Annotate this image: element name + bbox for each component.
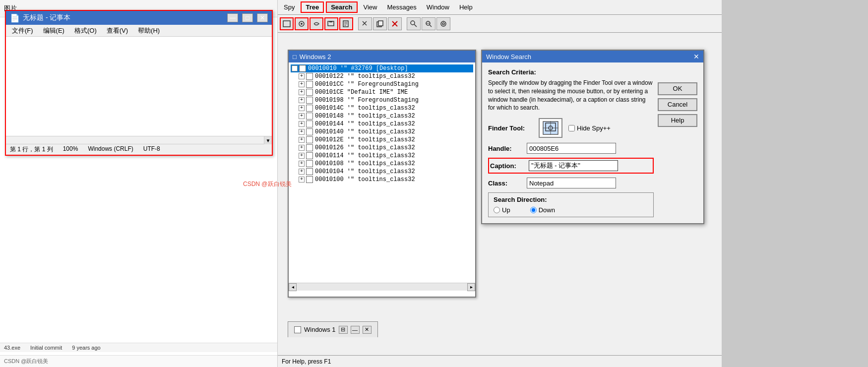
help-button[interactable]: Help — [658, 114, 697, 127]
tree-item-13-text: 00010104 '" tooltips_class32 — [315, 168, 415, 175]
scroll-track[interactable] — [297, 283, 467, 291]
tree-item-11[interactable]: + 00010114 '" tooltips_class32 — [291, 152, 473, 160]
window-icon-2 — [306, 81, 313, 88]
window-search-dialog: Window Search ✕ Search Criteria: Specify… — [481, 50, 704, 224]
notepad-status-bar: 第 1 行，第 1 列 100% Windows (CRLF) UTF-8 — [6, 144, 272, 155]
expand-icon-11[interactable]: + — [299, 153, 305, 159]
hide-spy-checkbox[interactable] — [568, 125, 575, 131]
handle-field-row: Handle: — [488, 143, 654, 154]
tab-close-button[interactable]: ✕ — [363, 326, 372, 334]
search-dialog-titlebar: Window Search ✕ — [482, 51, 703, 62]
expand-icon-10[interactable]: + — [299, 145, 305, 151]
direction-up-option[interactable]: Up — [494, 206, 510, 214]
toolbar-btn-processes[interactable] — [295, 17, 309, 30]
expand-icon-13[interactable]: + — [299, 169, 305, 175]
svg-rect-12 — [378, 21, 383, 26]
expand-icon-1[interactable]: + — [299, 73, 305, 79]
expand-root-icon[interactable]: − — [292, 65, 298, 71]
notepad-menu-file[interactable]: 文件(F) — [8, 26, 37, 36]
tree-item-9[interactable]: + 0001012E '" tooltips_class32 — [291, 136, 473, 144]
tree-item-7-text: 00010144 '" tooltips_class32 — [315, 121, 415, 127]
scroll-right-arrow[interactable]: ▸ — [467, 283, 475, 291]
tree-item-2[interactable]: + 000101CC '" ForegroundStaging — [291, 80, 473, 88]
notepad-zoom: 100% — [63, 145, 78, 154]
notepad-menu-format[interactable]: 格式(O) — [70, 26, 101, 36]
notepad-window-controls[interactable]: — □ ✕ — [227, 13, 268, 22]
direction-up-radio[interactable] — [494, 207, 500, 213]
expand-icon-8[interactable]: + — [299, 129, 305, 135]
tree-item-4[interactable]: + 00010198 '" ForegroundStaging — [291, 96, 473, 104]
windows-tree-content[interactable]: − 00010010 '" #32769 [Desktop] + 0001012… — [289, 62, 475, 283]
menu-tree[interactable]: Tree — [301, 1, 324, 13]
windows-panel-scrollbar[interactable]: ◂ ▸ — [289, 283, 475, 291]
git-time: 9 years ago — [72, 345, 100, 351]
notepad-menu-view[interactable]: 查看(V) — [103, 26, 132, 36]
tree-item-14[interactable]: + 00010100 '" tooltins_class32 — [291, 176, 473, 184]
tab-restore-button[interactable]: ⊟ — [339, 326, 348, 334]
direction-down-radio[interactable] — [530, 207, 537, 213]
tree-item-13[interactable]: + 00010104 '" tooltips_class32 — [291, 168, 473, 176]
tree-item-12[interactable]: + 00010108 '" tooltips_class32 — [291, 160, 473, 168]
notepad-editor[interactable] — [6, 37, 272, 136]
menu-view[interactable]: View — [360, 2, 381, 12]
toolbar-btn-cut[interactable] — [358, 17, 372, 30]
cancel-button[interactable]: Cancel — [658, 98, 697, 111]
toolbar-btn-window[interactable] — [280, 17, 294, 30]
toolbar-btn-copy[interactable] — [373, 17, 387, 30]
notepad-menu-edit[interactable]: 编辑(E) — [39, 26, 68, 36]
tree-item-14-text: 00010100 '" tooltins_class32 — [315, 176, 415, 183]
toolbar-btn-find[interactable] — [422, 17, 435, 30]
tree-item-6[interactable]: + 00010148 '" tooltips_class32 — [291, 112, 473, 120]
svg-rect-4 — [329, 21, 332, 22]
expand-icon-2[interactable]: + — [299, 81, 305, 87]
window-icon-4 — [306, 97, 313, 104]
toolbar-btn-search[interactable] — [407, 17, 421, 30]
scroll-left-arrow[interactable]: ◂ — [289, 283, 297, 291]
expand-icon-14[interactable]: + — [299, 177, 305, 183]
menu-spy[interactable]: Spy — [280, 2, 299, 12]
svg-line-16 — [414, 24, 417, 27]
expand-icon-6[interactable]: + — [299, 113, 305, 119]
toolbar-btn-options[interactable] — [436, 17, 450, 30]
notepad-close-button[interactable]: ✕ — [257, 13, 268, 22]
windows-1-tab[interactable]: Windows 1 ⊟ — ✕ — [288, 321, 378, 337]
direction-down-option[interactable]: Down — [530, 206, 555, 214]
expand-icon-9[interactable]: + — [299, 137, 305, 143]
toolbar-btn-messages[interactable] — [324, 17, 338, 30]
tab-min-button[interactable]: — — [351, 326, 360, 334]
ok-button[interactable]: OK — [658, 82, 697, 95]
class-input[interactable] — [527, 178, 616, 188]
search-dialog-close-button[interactable]: ✕ — [693, 53, 699, 61]
window-icon-root — [299, 65, 306, 72]
handle-input[interactable] — [527, 143, 616, 154]
tree-item-3[interactable]: + 000101CE "Default IME" IME — [291, 88, 473, 96]
menu-window[interactable]: Window — [423, 2, 453, 12]
tree-item-1[interactable]: + 00010122 '" tooltips_class32 — [291, 72, 473, 80]
window-icon-11 — [306, 152, 313, 159]
tree-item-root[interactable]: − 00010010 '" #32769 [Desktop] — [291, 64, 473, 72]
tree-item-7[interactable]: + 00010144 '" tooltips_class32 — [291, 120, 473, 128]
tree-item-8[interactable]: + 00010140 '" tooltips_class32 — [291, 128, 473, 136]
menu-help[interactable]: Help — [455, 2, 477, 12]
direction-up-label: Up — [502, 206, 510, 214]
menu-search[interactable]: Search — [326, 1, 357, 13]
expand-icon-4[interactable]: + — [299, 97, 305, 103]
notepad-menu-help[interactable]: 帮助(H) — [134, 26, 164, 36]
toolbar-btn-threads[interactable] — [310, 17, 323, 30]
notepad-line-endings: Windows (CRLF) — [88, 145, 133, 154]
finder-tool-icon[interactable] — [539, 118, 562, 138]
notepad-minimize-button[interactable]: — — [227, 13, 238, 22]
toolbar-btn-log[interactable] — [339, 17, 353, 30]
tree-item-10[interactable]: + 00010126 '" tooltips_class32 — [291, 144, 473, 152]
expand-icon-5[interactable]: + — [299, 105, 305, 111]
notepad-restore-button[interactable]: □ — [242, 13, 253, 22]
toolbar-btn-delete[interactable] — [388, 17, 402, 30]
finder-tool-label: Finder Tool: — [488, 124, 533, 132]
caption-input[interactable] — [529, 160, 618, 171]
menu-messages[interactable]: Messages — [383, 2, 420, 12]
expand-icon-12[interactable]: + — [299, 161, 305, 167]
tree-item-5[interactable]: + 0001014C '" tooltips_class32 — [291, 104, 473, 112]
expand-icon-3[interactable]: + — [299, 89, 305, 95]
expand-icon-7[interactable]: + — [299, 121, 305, 127]
caption-label: Caption: — [490, 162, 525, 170]
